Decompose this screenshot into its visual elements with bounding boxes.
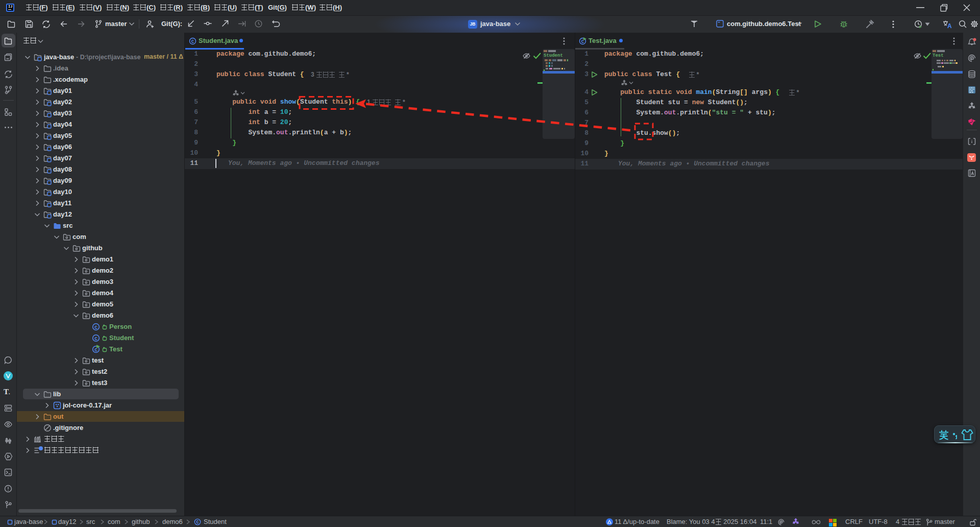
svg-text:C: C: [94, 336, 97, 341]
svg-text:A: A: [947, 22, 952, 29]
svg-text:C: C: [191, 39, 194, 44]
svg-text:C: C: [94, 324, 97, 330]
svg-text:C: C: [196, 520, 199, 525]
